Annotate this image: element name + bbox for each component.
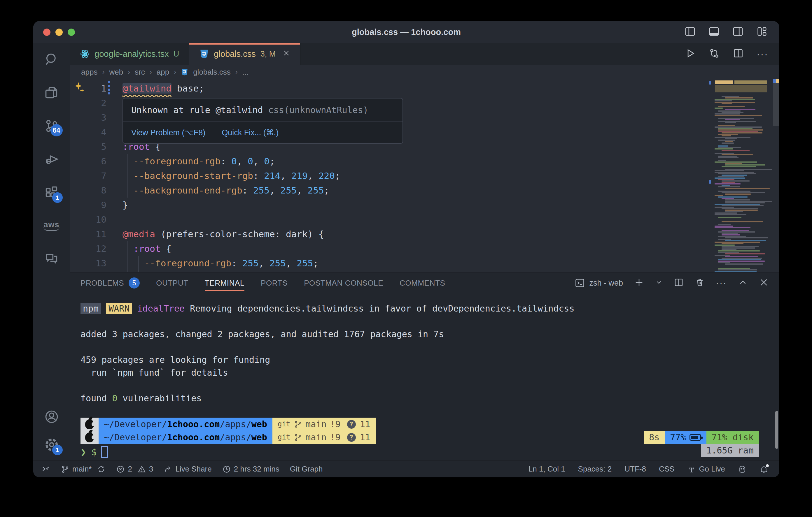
tab-ports[interactable]: PORTS xyxy=(261,273,288,294)
panel-more-icon[interactable]: ··· xyxy=(716,278,727,288)
customize-layout-icon[interactable] xyxy=(756,26,768,38)
settings-gear-icon[interactable]: 1 xyxy=(44,436,60,453)
code-line[interactable]: 8 --background-end-rgb: 255, 255, 255; xyxy=(70,183,779,197)
code-line[interactable]: 12 :root { xyxy=(70,241,779,256)
minimap-line xyxy=(722,249,736,250)
terminal-line: added 3 packages, changed 2 packages, an… xyxy=(81,328,779,341)
go-live-button[interactable]: Go Live xyxy=(687,464,725,474)
code-editor[interactable]: 1@tailwind base;2345:root {6 --foregroun… xyxy=(70,79,779,272)
code-text: } xyxy=(107,197,128,212)
close-tab-icon[interactable] xyxy=(283,49,290,59)
split-editor-icon[interactable] xyxy=(733,48,744,60)
terminal-instance[interactable]: zsh - web xyxy=(575,278,623,288)
more-actions-icon[interactable]: ··· xyxy=(757,49,768,60)
code-line[interactable]: 13 --foreground-rgb: 255, 255, 255; xyxy=(70,256,779,270)
aws-icon[interactable]: aws xyxy=(44,217,60,234)
quick-fix-link[interactable]: Quick Fix... (⌘.) xyxy=(222,128,279,137)
terminal-scrollbar[interactable] xyxy=(775,411,778,449)
code-text: --background-end-rgb: 255, 255, 255; xyxy=(107,183,329,197)
copilot-sparkle-icon[interactable] xyxy=(74,82,85,94)
settings-badge: 1 xyxy=(52,445,63,455)
account-icon[interactable] xyxy=(44,408,60,425)
tab-terminal[interactable]: TERMINAL xyxy=(205,273,244,294)
terminal-line xyxy=(81,315,779,328)
code-line[interactable]: 1@tailwind base; xyxy=(70,81,779,96)
line-number: 3 xyxy=(70,110,107,125)
branch-indicator[interactable]: main* xyxy=(61,464,106,474)
tab-output[interactable]: OUTPUT xyxy=(156,273,188,294)
search-icon[interactable] xyxy=(44,51,60,68)
indent-guide xyxy=(127,154,128,197)
terminal-line xyxy=(81,341,779,354)
git-branch-icon xyxy=(294,433,302,442)
breadcrumb-item[interactable]: src xyxy=(135,68,145,77)
tab-google-analytics[interactable]: google-analytics.tsx U xyxy=(70,43,189,65)
kill-terminal-icon[interactable] xyxy=(695,277,705,288)
minimap-line xyxy=(715,108,723,109)
breadcrumb-item[interactable]: web xyxy=(109,68,123,77)
git-branch-icon xyxy=(61,465,69,474)
code-line[interactable]: 6 --foreground-rgb: 0, 0, 0; xyxy=(70,154,779,169)
notifications-bell-icon[interactable] xyxy=(759,465,768,474)
maximize-window-button[interactable] xyxy=(68,29,75,36)
new-terminal-icon[interactable] xyxy=(634,277,644,288)
bottom-panel: PROBLEMS5 OUTPUT TERMINAL PORTS POSTMAN … xyxy=(70,272,779,460)
tab-globals-css[interactable]: globals.css 3, M xyxy=(189,43,300,65)
split-terminal-icon[interactable] xyxy=(674,277,684,288)
code-text: :root { xyxy=(107,241,172,256)
language-mode[interactable]: CSS xyxy=(659,464,674,474)
minimap-line xyxy=(715,195,723,196)
breadcrumb-more[interactable]: ... xyxy=(242,68,249,77)
maximize-panel-icon[interactable] xyxy=(738,277,748,288)
breadcrumb-item[interactable]: app xyxy=(156,68,169,77)
time-tracker[interactable]: 2 hrs 32 mins xyxy=(222,464,280,474)
tab-problems[interactable]: PROBLEMS5 xyxy=(81,273,140,294)
toggle-secondary-sidebar-icon[interactable] xyxy=(732,26,744,38)
explorer-icon[interactable] xyxy=(44,85,60,101)
code-line[interactable]: 10 xyxy=(70,212,779,227)
untracked-icon: ? xyxy=(347,420,356,429)
remote-indicator[interactable] xyxy=(41,465,50,474)
minimap-line xyxy=(718,191,750,192)
comments-icon[interactable] xyxy=(44,251,60,267)
encoding[interactable]: UTF-8 xyxy=(625,464,646,474)
tab-comments[interactable]: COMMENTS xyxy=(400,273,445,294)
minimap-line xyxy=(722,233,737,234)
close-panel-icon[interactable] xyxy=(759,277,769,288)
code-line[interactable]: 11@media (prefers-color-scheme: dark) { xyxy=(70,227,779,241)
code-line[interactable]: 9} xyxy=(70,197,779,212)
breadcrumb-file[interactable]: globals.css xyxy=(193,68,231,77)
minimap-line xyxy=(725,97,753,98)
run-file-icon[interactable] xyxy=(685,48,696,60)
problems-indicator[interactable]: 2 3 xyxy=(116,464,153,474)
line-number: 8 xyxy=(70,183,107,197)
live-share-button[interactable]: Live Share xyxy=(164,464,211,474)
indent-guide xyxy=(127,241,128,272)
open-changes-icon[interactable] xyxy=(709,48,720,60)
toggle-panel-icon[interactable] xyxy=(708,26,720,38)
source-control-icon[interactable]: 64 xyxy=(44,118,60,134)
git-graph-button[interactable]: Git Graph xyxy=(290,464,323,474)
tab-postman-console[interactable]: POSTMAN CONSOLE xyxy=(304,273,383,294)
terminal-dropdown-icon[interactable] xyxy=(655,279,663,287)
view-problem-link[interactable]: View Problem (⌥F8) xyxy=(131,128,205,137)
editor-scrollbar[interactable] xyxy=(772,79,779,272)
terminal-output[interactable]: npm WARN idealTree Removing dependencies… xyxy=(70,294,779,460)
minimap-line xyxy=(718,196,748,197)
extensions-icon[interactable]: 1 xyxy=(44,184,60,201)
cursor-position[interactable]: Ln 1, Col 1 xyxy=(528,464,565,474)
titlebar: globals.css — 1chooo.com xyxy=(33,21,779,43)
code-text: --background-start-rgb: 214, 219, 220; xyxy=(107,169,340,183)
toggle-primary-sidebar-icon[interactable] xyxy=(684,26,696,38)
minimap-line xyxy=(725,141,733,142)
run-debug-icon[interactable] xyxy=(44,151,60,167)
code-line[interactable]: 7 --background-start-rgb: 214, 219, 220; xyxy=(70,169,779,183)
indentation[interactable]: Spaces: 2 xyxy=(578,464,612,474)
minimize-window-button[interactable] xyxy=(55,29,63,36)
minimap[interactable] xyxy=(709,79,772,272)
breadcrumb-item[interactable]: apps xyxy=(81,68,97,77)
minimap-line xyxy=(715,271,757,272)
mascot-icon[interactable] xyxy=(738,465,747,474)
minimap-line xyxy=(715,207,734,208)
close-window-button[interactable] xyxy=(43,29,51,36)
